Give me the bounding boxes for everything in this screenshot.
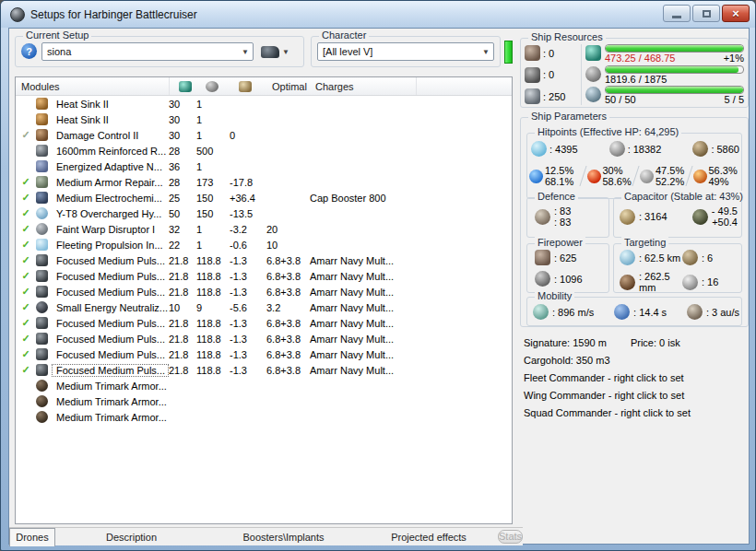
character-dropdown[interactable]: [All level V] ▼: [317, 42, 494, 61]
powergrid-bar: [605, 65, 744, 74]
repairer-icon: [36, 176, 48, 188]
module-charge: Amarr Navy Mult...: [310, 349, 512, 360]
module-row[interactable]: ✓Focused Medium Puls...21.8118.8-1.36.8+…: [16, 315, 512, 331]
minimize-button[interactable]: [663, 5, 691, 22]
module-row[interactable]: ✓Faint Warp Disruptor I321-3.220: [16, 221, 512, 237]
tab-boosters-implants[interactable]: Boosters\Implants: [207, 532, 360, 543]
module-cap-use: -0.6: [230, 240, 266, 251]
module-row[interactable]: ✓Focused Medium Puls...21.8118.8-1.36.8+…: [16, 331, 512, 346]
tab-projected-effects[interactable]: Projected effects: [360, 532, 498, 543]
close-button[interactable]: ×: [722, 5, 750, 22]
module-row[interactable]: ✓Focused Medium Puls...21.8118.8-1.36.8+…: [16, 362, 512, 378]
module-row[interactable]: ✓Medium Armor Repair...28173-17.8: [16, 174, 512, 190]
setup-dropdown[interactable]: siona ▼: [41, 42, 254, 61]
price-text: Price: 0 isk: [631, 334, 680, 352]
capacitor-column-header[interactable]: [230, 77, 266, 95]
module-optimal: 3.2: [266, 302, 310, 313]
maximize-button[interactable]: [692, 5, 720, 22]
powergrid-column-header[interactable]: [196, 77, 230, 95]
squad-commander-text[interactable]: Squad Commander - right click to set: [524, 404, 749, 422]
em-armor-resist: 68.1%: [545, 176, 573, 187]
module-row[interactable]: Energized Adaptive N...361: [16, 158, 512, 174]
module-row[interactable]: Heat Sink II301: [16, 96, 512, 111]
thermal-shield-resist: 30%: [603, 165, 632, 176]
module-name: Heat Sink II: [53, 114, 169, 125]
module-row[interactable]: 1600mm Reinforced R...28500: [16, 143, 512, 158]
chevron-down-icon: ▼: [282, 48, 289, 56]
module-name: Focused Medium Puls...: [53, 255, 169, 266]
drones-count: 5 / 5: [725, 94, 744, 105]
module-row[interactable]: ✓Damage Control II3010: [16, 127, 512, 143]
module-row[interactable]: Medium Trimark Armor...: [16, 378, 512, 393]
module-name: Energized Adaptive N...: [53, 161, 169, 172]
module-row[interactable]: ✓Focused Medium Puls...21.8118.8-1.36.8+…: [16, 284, 512, 299]
module-row[interactable]: Medium Trimark Armor...: [16, 393, 512, 409]
module-name: Focused Medium Puls...: [53, 318, 169, 329]
empty-column-header: [416, 77, 512, 95]
module-cpu: 30: [169, 99, 196, 110]
module-cpu: 25: [169, 193, 196, 204]
plate-icon: [36, 145, 48, 157]
module-row[interactable]: ✓Fleeting Propulsion In...221-0.610: [16, 237, 512, 252]
modules-column-header[interactable]: Modules: [16, 77, 169, 95]
module-name: Focused Medium Puls...: [53, 349, 169, 360]
kinetic-icon: [640, 170, 654, 183]
wing-commander-text[interactable]: Wing Commander - right click to set: [524, 387, 749, 404]
module-name: Focused Medium Puls...: [53, 334, 169, 345]
module-name: Focused Medium Puls...: [53, 287, 169, 298]
module-cap-use: -1.3: [230, 365, 266, 376]
modules-header[interactable]: Modules Optimal Charges: [16, 77, 512, 96]
defence-value-2: : 83: [554, 217, 571, 228]
app-icon: [10, 7, 25, 22]
cpu-over-percent: +1%: [724, 53, 744, 64]
chevron-down-icon: ▼: [242, 48, 249, 56]
max-targets: : 16: [702, 276, 718, 287]
module-name: Medium Trimark Armor...: [53, 381, 169, 392]
module-row[interactable]: ✓Small Energy Neutraliz...109-5.63.2Amar…: [16, 299, 512, 315]
module-cpu: 21.8: [169, 287, 196, 298]
cap-recharge: +50.4: [712, 217, 738, 228]
module-cap-use: 0: [230, 130, 266, 141]
module-active-check: ✓: [16, 317, 36, 329]
laser-icon: [36, 270, 48, 282]
module-name: Medium Trimark Armor...: [53, 412, 169, 423]
module-charge: Cap Booster 800: [310, 193, 512, 204]
module-name: Focused Medium Puls...: [53, 365, 168, 376]
laser-icon: [36, 254, 48, 266]
max-velocity-icon: [533, 304, 549, 320]
character-label: Character: [319, 29, 369, 41]
optimal-column-header[interactable]: Optimal: [266, 77, 310, 95]
module-cpu: 30: [169, 114, 196, 125]
fleet-commander-text[interactable]: Fleet Commander - right click to set: [524, 369, 749, 387]
right-panel: Ship Resources : 0 : 0 : 250 473.25 / 46…: [518, 29, 750, 545]
hitpoints-group: Hitpoints (Effective HP: 64,295) : 4395 …: [526, 133, 742, 199]
thermal-resist: 30%58.6%: [583, 165, 636, 187]
module-optimal: 10: [266, 240, 310, 251]
module-row[interactable]: ✓Focused Medium Puls...21.8118.8-1.36.8+…: [16, 268, 512, 284]
tab-drones[interactable]: Drones: [9, 528, 55, 546]
capacitor-title: Capacitor (Stable at: 43%): [621, 191, 746, 202]
hull-icon: [692, 141, 708, 157]
title-bar[interactable]: Setups for Harbinger Battlecruiser ×: [1, 1, 755, 28]
help-icon[interactable]: ?: [21, 43, 37, 59]
ship-icon: [261, 46, 279, 58]
powergrid-icon: [206, 81, 219, 92]
module-optimal: 6.8+3.8: [266, 255, 310, 266]
module-row[interactable]: ✓Medium Electrochemi...25150+36.4Cap Boo…: [16, 190, 512, 205]
module-cap-use: +36.4: [230, 193, 266, 204]
module-row[interactable]: Heat Sink II301: [16, 111, 512, 127]
module-row[interactable]: Medium Trimark Armor...: [16, 409, 512, 425]
module-charge: Amarr Navy Mult...: [310, 271, 512, 282]
module-row[interactable]: ✓Y-T8 Overcharged Hy...50150-13.5: [16, 205, 512, 221]
targeting-range-icon: [620, 250, 635, 265]
module-row[interactable]: ✓Focused Medium Puls...21.8118.8-1.36.8+…: [16, 346, 512, 362]
cpu-column-header[interactable]: [169, 77, 196, 95]
module-powergrid: 173: [196, 177, 230, 188]
charges-column-header[interactable]: Charges: [310, 77, 416, 95]
launchers-free: : 0: [543, 69, 554, 80]
tab-description[interactable]: Description: [55, 532, 207, 543]
rig-icon: [36, 380, 48, 392]
ship-menu-button[interactable]: ▼: [261, 42, 298, 61]
ship-resources-title: Ship Resources: [528, 31, 606, 42]
module-row[interactable]: ✓Focused Medium Puls...21.8118.8-1.36.8+…: [16, 252, 512, 268]
